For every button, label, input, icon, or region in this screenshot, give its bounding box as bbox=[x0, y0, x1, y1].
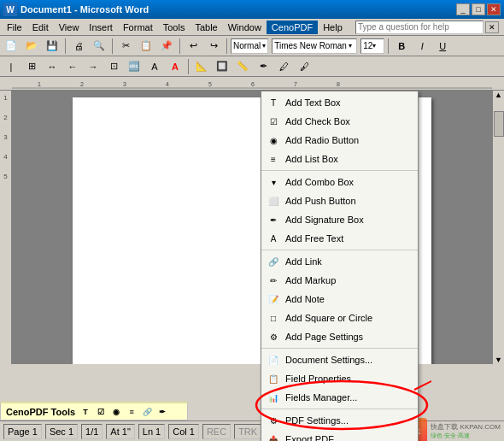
menu-add-markup[interactable]: ✏ Add Markup bbox=[261, 271, 418, 290]
note-icon: 📝 bbox=[267, 292, 280, 306]
style-dropdown[interactable]: Normal ▾ bbox=[231, 38, 268, 54]
menu-add-list-box[interactable]: ≡ Add List Box bbox=[261, 150, 418, 168]
close-button[interactable]: ✕ bbox=[487, 3, 501, 15]
open-button[interactable]: 📂 bbox=[22, 38, 41, 55]
font-dropdown[interactable]: Times New Roman ▾ bbox=[272, 38, 357, 54]
close-button-2[interactable]: ✕ bbox=[485, 21, 499, 33]
title-bar: W Document1 - Microsoft Word _ □ ✕ bbox=[0, 0, 504, 19]
minimize-button[interactable]: _ bbox=[456, 3, 470, 15]
menu-add-combo-box[interactable]: ▾ Add Combo Box bbox=[261, 173, 418, 191]
menu-add-page-settings[interactable]: ⚙ Add Page Settings bbox=[261, 327, 418, 346]
preview-button[interactable]: 🔍 bbox=[90, 38, 108, 55]
page-settings-icon: ⚙ bbox=[267, 330, 280, 344]
undo-button[interactable]: ↩ bbox=[184, 38, 202, 55]
menu-cenopdf[interactable]: CenoPDF bbox=[267, 21, 318, 34]
bold-button[interactable]: B bbox=[392, 38, 411, 55]
maximize-button[interactable]: □ bbox=[472, 3, 485, 15]
menu-field-properties[interactable]: 📋 Field Properties... bbox=[261, 369, 418, 388]
tb2-btn2[interactable]: ⊞ bbox=[22, 58, 41, 75]
menu-add-radio-button[interactable]: ◉ Add Radio Button bbox=[261, 131, 418, 150]
tb2-btn1[interactable]: | bbox=[2, 58, 21, 75]
tb2-btn15[interactable]: 🖋 bbox=[295, 58, 314, 75]
tb2-btn6[interactable]: ⊡ bbox=[104, 58, 123, 75]
menu-export-pdf[interactable]: 📤 Export PDF... bbox=[261, 430, 418, 441]
vertical-scrollbar[interactable]: ▲ ▼ bbox=[492, 91, 504, 364]
menu-pdf-settings[interactable]: ⚙ PDF Settings... bbox=[261, 411, 418, 430]
tb2-btn4[interactable]: ← bbox=[63, 58, 82, 75]
menu-file[interactable]: File bbox=[2, 21, 27, 34]
menu-add-link[interactable]: 🔗 Add Link bbox=[261, 252, 418, 271]
tb2-btn10[interactable]: 📐 bbox=[192, 58, 211, 75]
menu-add-free-text[interactable]: A Add Free Text bbox=[261, 229, 418, 248]
menu-table[interactable]: Table bbox=[190, 21, 222, 34]
tb2-btn7[interactable]: 🔤 bbox=[125, 58, 144, 75]
cenopdf-tools-toolbar: CenoPDF Tools T ☑ ◉ ≡ 🔗 ✒ bbox=[0, 402, 188, 420]
add-text-box-label: Add Text Box bbox=[285, 97, 341, 108]
underline-button[interactable]: U bbox=[433, 38, 452, 55]
cenopdf-tool-5[interactable]: 🔗 bbox=[140, 405, 154, 419]
cenopdf-tool-4[interactable]: ≡ bbox=[125, 405, 138, 419]
menu-view[interactable]: View bbox=[54, 21, 85, 34]
menu-add-check-box[interactable]: ☑ Add Check Box bbox=[261, 112, 418, 131]
cenopdf-tool-6[interactable]: ✒ bbox=[155, 405, 169, 419]
scroll-thumb[interactable] bbox=[494, 111, 504, 137]
status-col: Col 1 bbox=[168, 424, 199, 439]
tb2-btn8[interactable]: A bbox=[145, 58, 164, 75]
tb2-btn14[interactable]: 🖊 bbox=[274, 58, 293, 75]
scroll-up-btn[interactable]: ▲ bbox=[495, 91, 502, 99]
status-pages: 1/1 bbox=[81, 424, 103, 439]
menu-add-note[interactable]: 📝 Add Note bbox=[261, 290, 418, 309]
list-box-icon: ≡ bbox=[267, 152, 280, 166]
separator bbox=[112, 38, 113, 54]
scroll-down-btn[interactable]: ▼ bbox=[495, 356, 502, 364]
status-page: Page 1 bbox=[3, 424, 42, 439]
help-search-input[interactable] bbox=[355, 21, 483, 34]
svg-text:6: 6 bbox=[251, 81, 255, 87]
copy-button[interactable]: 📋 bbox=[137, 38, 155, 55]
cenopdf-tools-label: CenoPDF Tools bbox=[6, 407, 75, 417]
toolbar-1: 📄 📂 💾 🖨 🔍 ✂ 📋 📌 ↩ ↪ Normal ▾ Times New R… bbox=[0, 36, 504, 56]
italic-button[interactable]: I bbox=[413, 38, 431, 55]
menu-add-push-button[interactable]: ⬜ Add Push Button bbox=[261, 191, 418, 210]
paste-button[interactable]: 📌 bbox=[157, 38, 176, 55]
menu-edit[interactable]: Edit bbox=[27, 21, 54, 34]
svg-text:5: 5 bbox=[208, 81, 212, 87]
add-square-circle-label: Add Square or Circle bbox=[285, 313, 372, 323]
document-settings-icon: 📄 bbox=[267, 353, 280, 367]
window-title: Document1 - Microsoft Word bbox=[21, 4, 149, 15]
separator bbox=[65, 38, 66, 54]
menu-insert[interactable]: Insert bbox=[84, 21, 118, 34]
menu-help[interactable]: Help bbox=[318, 21, 348, 34]
menu-add-signature-box[interactable]: ✒ Add Signature Box bbox=[261, 210, 418, 229]
separator bbox=[388, 38, 389, 54]
tb2-btn5[interactable]: → bbox=[84, 58, 103, 75]
status-sec: Sec 1 bbox=[45, 424, 78, 439]
menu-format[interactable]: Format bbox=[118, 21, 158, 34]
cenopdf-tool-2[interactable]: ☑ bbox=[94, 405, 108, 419]
new-button[interactable]: 📄 bbox=[2, 38, 21, 55]
save-button[interactable]: 💾 bbox=[43, 38, 62, 55]
cut-button[interactable]: ✂ bbox=[116, 38, 135, 55]
cenopdf-tool-1[interactable]: T bbox=[79, 405, 92, 419]
tb2-btn9[interactable]: A bbox=[166, 58, 185, 75]
tb2-btn11[interactable]: 🔲 bbox=[213, 58, 231, 75]
menu-window[interactable]: Window bbox=[223, 21, 267, 34]
size-dropdown[interactable]: 12 ▾ bbox=[360, 38, 384, 54]
menu-add-square-circle[interactable]: □ Add Square or Circle bbox=[261, 309, 418, 327]
tb2-btn12[interactable]: 📏 bbox=[233, 58, 252, 75]
tb2-btn13[interactable]: ✒ bbox=[254, 58, 273, 75]
watermark-tagline: 绿色·安全·高速 bbox=[431, 432, 501, 440]
field-properties-icon: 📋 bbox=[267, 372, 280, 385]
add-link-label: Add Link bbox=[285, 256, 322, 267]
watermark-line1: 快盘下载 KKPAN.COM bbox=[431, 422, 501, 432]
redo-button[interactable]: ↪ bbox=[204, 38, 223, 55]
tb2-btn3[interactable]: ↔ bbox=[43, 58, 62, 75]
document-area[interactable] bbox=[12, 91, 492, 364]
menu-add-text-box[interactable]: T Add Text Box bbox=[261, 93, 418, 112]
menu-fields-manager[interactable]: 📊 Fields Manager... bbox=[261, 388, 418, 407]
menu-document-settings[interactable]: 📄 Document Settings... bbox=[261, 350, 418, 369]
main-area: 12345 ▲ ▼ T Add Text Box ☑ Add Check Box… bbox=[0, 91, 504, 364]
print-button[interactable]: 🖨 bbox=[69, 38, 88, 55]
cenopdf-tool-3[interactable]: ◉ bbox=[109, 405, 123, 419]
menu-tools[interactable]: Tools bbox=[158, 21, 190, 34]
